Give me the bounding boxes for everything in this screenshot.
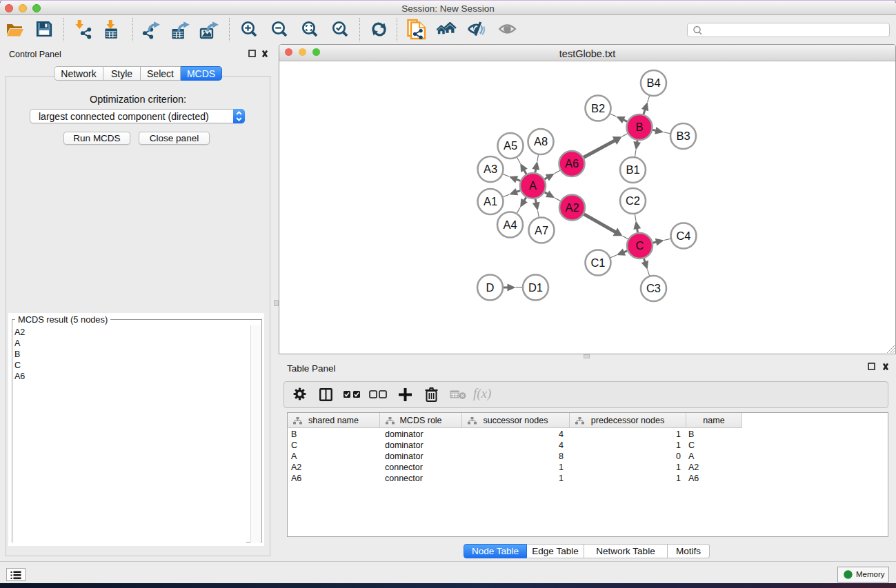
svg-text:C2: C2: [626, 194, 640, 207]
svg-text:A2: A2: [565, 201, 579, 214]
svg-text:C4: C4: [676, 230, 690, 242]
svg-text:B1: B1: [626, 163, 639, 176]
svg-text:C3: C3: [646, 282, 661, 294]
svg-text:A3: A3: [484, 163, 497, 175]
svg-text:C1: C1: [590, 256, 605, 269]
svg-text:A5: A5: [504, 139, 517, 152]
svg-text:A: A: [529, 179, 537, 192]
svg-text:A6: A6: [565, 157, 579, 170]
svg-text:B2: B2: [591, 102, 605, 114]
svg-text:C: C: [636, 239, 644, 252]
svg-text:A7: A7: [535, 224, 548, 236]
svg-text:B: B: [635, 121, 643, 133]
svg-text:B3: B3: [676, 130, 690, 142]
svg-text:A1: A1: [484, 195, 497, 207]
svg-text:B4: B4: [646, 77, 660, 89]
svg-text:A4: A4: [503, 219, 517, 231]
svg-text:D: D: [486, 281, 495, 294]
svg-text:D1: D1: [528, 281, 543, 294]
svg-text:A8: A8: [534, 135, 548, 148]
